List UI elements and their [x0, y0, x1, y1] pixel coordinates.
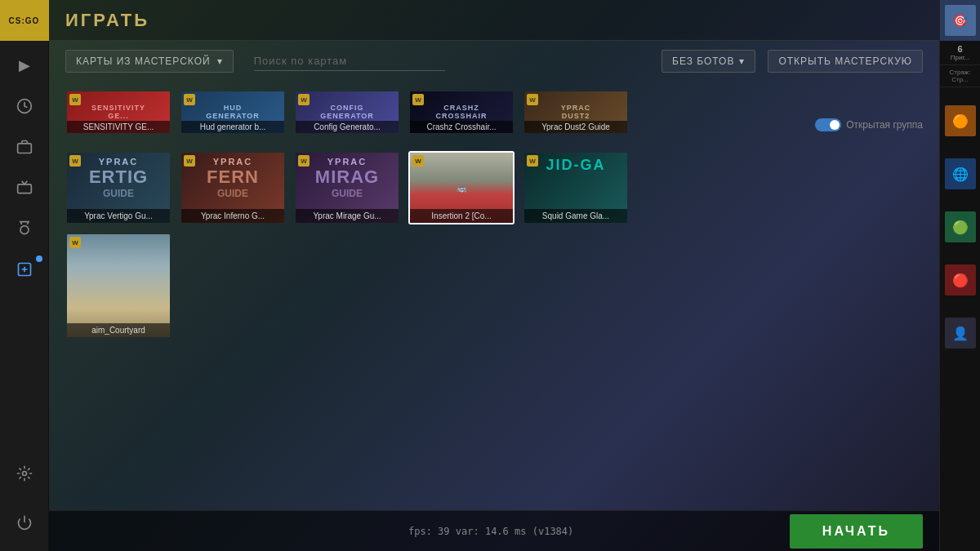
- map-card-mirage[interactable]: YPRAC MIRAG GUIDE W Yprac Mirage Gu...: [294, 151, 400, 224]
- bottombar: fps: 39 var: 14.6 ms (v1384) НАЧАТЬ: [49, 510, 939, 551]
- dropdown-chevron-icon: ▾: [217, 56, 223, 67]
- map-card-hud[interactable]: Hud generator W Hud generator b...: [180, 90, 286, 135]
- workshop-badge-icon: W: [412, 94, 424, 105]
- right-panel: 🎯 6 Приг... Страж: Стр... 🟠 🌐 🟢 🔴 👤: [939, 0, 980, 551]
- mid-row: YPRAC ERTIG GUIDE W Yprac Vertigo Gu... …: [65, 151, 923, 224]
- topbar: ИГРАТЬ: [49, 0, 939, 41]
- workshop-badge-icon: W: [527, 155, 538, 167]
- card-label: Hud generator b...: [181, 121, 284, 133]
- card-label: Crashz Crosshair...: [410, 121, 513, 133]
- user-avatar-3: 🟢: [945, 211, 976, 242]
- search-input[interactable]: [254, 51, 446, 71]
- right-user-5[interactable]: 👤: [940, 300, 981, 353]
- right-user-4[interactable]: 🔴: [940, 247, 981, 300]
- map-card-courtyard[interactable]: W aim_Courtyard: [65, 233, 172, 339]
- user-avatar-2: 🌐: [945, 158, 976, 189]
- card-label: Yprac Mirage Gu...: [296, 209, 399, 223]
- svg-rect-1: [17, 144, 31, 153]
- sidebar-item-settings[interactable]: [0, 453, 49, 494]
- map-card-squidgame[interactable]: JID-GA W Squid Game Gla...: [523, 151, 629, 224]
- filterbar: КАРТЫ ИЗ МАСТЕРСКОЙ ▾ БЕЗ БОТОВ ▾ ОТКРЫТ…: [49, 41, 939, 82]
- sidebar-item-play[interactable]: ▶: [0, 45, 49, 86]
- bots-dropdown[interactable]: БЕЗ БОТОВ ▾: [662, 50, 755, 73]
- fps-info: fps: 39 var: 14.6 ms (v1384): [408, 526, 573, 537]
- svg-rect-2: [17, 184, 31, 193]
- bots-chevron-icon: ▾: [739, 56, 745, 67]
- user-avatar-4: 🔴: [945, 264, 976, 295]
- workshop-badge-icon: W: [184, 155, 195, 167]
- friend-count-label: 6 Приг...: [940, 41, 981, 65]
- workshop-badge-icon: W: [69, 237, 81, 248]
- user-avatar-5: 👤: [945, 318, 976, 349]
- map-card-vertigo[interactable]: YPRAC ERTIG GUIDE W Yprac Vertigo Gu...: [65, 151, 172, 224]
- map-card-inferno[interactable]: YPRAC FERN GUIDE W Yprac Inferno G...: [180, 151, 286, 224]
- card-label: Config Generato...: [296, 121, 399, 133]
- bots-label: БЕЗ БОТОВ: [672, 56, 734, 67]
- workshop-badge-icon: W: [298, 155, 310, 167]
- user-avatar-1: 🟠: [945, 105, 976, 136]
- card-label: Yprac Inferno G...: [181, 209, 284, 223]
- workshop-badge-icon: W: [412, 155, 424, 167]
- search-container: [254, 51, 446, 71]
- svg-point-5: [22, 472, 26, 476]
- card-label: Squid Game Gla...: [524, 209, 627, 223]
- cards-area: SENSITIVITYGE... W SENSITIVITY GE... Hud…: [49, 82, 939, 510]
- sidebar-item-add[interactable]: [0, 249, 49, 290]
- workshop-badge-icon: W: [184, 94, 195, 105]
- friends-count: 6: [940, 44, 981, 54]
- card-label: Insertion 2 [Co...: [410, 209, 513, 223]
- map-card-sensitivity[interactable]: SENSITIVITYGE... W SENSITIVITY GE...: [65, 90, 172, 135]
- page-title: ИГРАТЬ: [65, 10, 149, 31]
- start-label: НАЧАТЬ: [822, 524, 890, 538]
- map-source-label: КАРТЫ ИЗ МАСТЕРСКОЙ: [76, 56, 211, 67]
- right-user-2[interactable]: 🌐: [940, 140, 981, 193]
- map-card-dust2[interactable]: Yprac Dust2 W Yprac Dust2 Guide: [523, 90, 629, 135]
- workshop-badge-icon: W: [69, 155, 81, 167]
- sidebar-item-watch[interactable]: [0, 167, 49, 208]
- sidebar-item-notifications[interactable]: [0, 86, 49, 127]
- main-content: ИГРАТЬ КАРТЫ ИЗ МАСТЕРСКОЙ ▾ БЕЗ БОТОВ ▾…: [49, 0, 939, 551]
- priglasheniya-label: Приг...: [940, 54, 981, 61]
- sidebar: CS:GO ▶: [0, 0, 49, 551]
- workshop-label: ОТКРЫТЬ МАСТЕРСКУЮ: [778, 56, 912, 67]
- workshop-badge-icon: W: [69, 94, 81, 105]
- map-card-crash[interactable]: Crashz Crosshair W Crashz Crosshair...: [408, 90, 514, 135]
- map-card-config[interactable]: Config Generator W Config Generato...: [294, 90, 400, 135]
- map-source-dropdown[interactable]: КАРТЫ ИЗ МАСТЕРСКОЙ ▾: [65, 50, 234, 73]
- start-button[interactable]: НАЧАТЬ: [790, 514, 923, 549]
- map-card-insertion[interactable]: 🚌 W Insertion 2 [Co...: [408, 151, 514, 224]
- card-label: Yprac Dust2 Guide: [524, 121, 627, 133]
- app-logo: CS:GO: [0, 0, 49, 41]
- bottom-row: W aim_Courtyard: [65, 233, 923, 339]
- play-button[interactable]: ▶: [19, 56, 30, 74]
- workshop-badge-icon: W: [298, 94, 310, 105]
- card-label: Yprac Vertigo Gu...: [67, 209, 170, 223]
- right-user-3[interactable]: 🟢: [940, 193, 981, 247]
- workshop-badge-icon: W: [527, 94, 538, 105]
- card-label: aim_Courtyard: [67, 323, 170, 337]
- right-user-1[interactable]: 🟠: [940, 87, 981, 140]
- guard-label: Страж: Стр...: [940, 65, 981, 87]
- sidebar-item-power[interactable]: [0, 502, 49, 543]
- top-partial-row: SENSITIVITYGE... W SENSITIVITY GE... Hud…: [65, 90, 923, 143]
- card-label: SENSITIVITY GE...: [67, 121, 170, 133]
- right-header-avatar[interactable]: 🎯: [940, 0, 981, 41]
- logo-text: CS:GO: [9, 16, 40, 25]
- sidebar-item-inventory[interactable]: [0, 127, 49, 167]
- open-workshop-button[interactable]: ОТКРЫТЬ МАСТЕРСКУЮ: [768, 50, 923, 73]
- svg-point-3: [20, 226, 29, 234]
- sidebar-item-medals[interactable]: [0, 208, 49, 249]
